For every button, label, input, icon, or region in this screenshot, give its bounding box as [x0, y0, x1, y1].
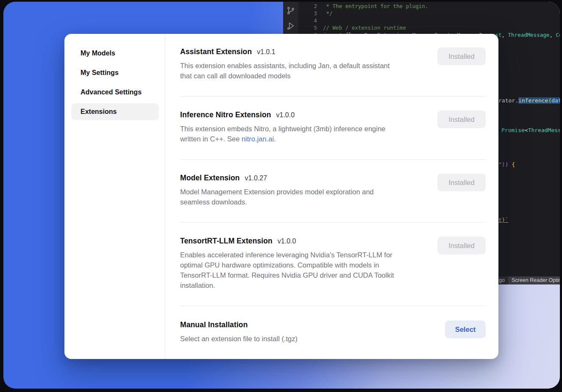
extension-version: v1.0.1	[257, 48, 275, 56]
line-number: 2	[298, 3, 317, 10]
extension-version: v1.0.0	[278, 237, 296, 245]
installed-button[interactable]: Installed	[437, 110, 486, 128]
sidebar-item-my-settings[interactable]: My Settings	[71, 64, 159, 81]
line-number: 5	[298, 24, 317, 31]
source-control-icon[interactable]	[286, 6, 295, 15]
extension-version: v1.0.27	[245, 174, 267, 182]
extension-name: TensortRT-LLM Extension	[180, 237, 273, 246]
extension-row-manual-installation: Manual Installation Select an extension …	[180, 306, 486, 356]
code-line: 4	[298, 17, 560, 24]
extension-name: Inference Nitro Extension	[180, 110, 271, 119]
select-button[interactable]: Select	[445, 320, 486, 338]
status-item-go[interactable]: go	[499, 277, 505, 283]
sidebar-item-advanced-settings[interactable]: Advanced Settings	[71, 84, 159, 101]
line-number: 3	[298, 10, 317, 17]
installed-button[interactable]: Installed	[437, 174, 486, 191]
extension-row: Inference Nitro Extension v1.0.0 This ex…	[180, 97, 486, 160]
extension-name: Model Extension	[180, 174, 240, 182]
status-item-screen-reader[interactable]: Screen Reader Optimize	[508, 276, 560, 284]
extension-row: TensortRT-LLM Extension v1.0.0 Enables a…	[180, 223, 486, 306]
installed-button[interactable]: Installed	[437, 237, 486, 254]
extensions-list: Assistant Extension v1.0.1 This extensio…	[165, 34, 498, 359]
extension-name: Assistant Extension	[180, 47, 252, 56]
sidebar-item-my-models[interactable]: My Models	[71, 45, 159, 62]
sidebar-item-extensions[interactable]: Extensions	[71, 103, 159, 120]
extension-description: This extension enables assistants, inclu…	[180, 61, 434, 81]
extension-row: Model Extension v1.0.27 Model Management…	[180, 160, 486, 223]
code-fragment-template: t}`	[498, 217, 508, 224]
settings-sidebar: My Models My Settings Advanced Settings …	[64, 34, 165, 359]
settings-card: My Models My Settings Advanced Settings …	[64, 34, 498, 359]
code-line: 2 * The entrypoint for the plugin.	[298, 3, 560, 10]
extension-description: Select an extension file to install (.tg…	[180, 334, 434, 344]
code-line: 3 */	[298, 10, 560, 17]
extension-name: Manual Installation	[180, 320, 248, 329]
extension-version: v1.0.0	[276, 111, 295, 119]
code-line: 5 // Web / extension runtime	[298, 24, 560, 31]
app-frame: 2 * The entrypoint for the plugin. 3 */ …	[3, 2, 560, 389]
extension-row: Assistant Extension v1.0.1 This extensio…	[180, 34, 486, 97]
run-debug-icon[interactable]	[286, 21, 295, 30]
extension-description: Enables accelerated inference leveraging…	[180, 250, 434, 290]
code-fragment-promise: Promise<ThreadMessage>	[501, 127, 560, 134]
extension-description: Model Management Extension provides mode…	[180, 187, 434, 207]
installed-button[interactable]: Installed	[437, 47, 486, 65]
line-number: 4	[298, 17, 317, 24]
code-fragment-brace: ")) {	[498, 161, 515, 168]
nitro-jan-ai-link[interactable]: nitro.jan.ai	[242, 135, 274, 143]
code-fragment-inference: rator.inference(data));	[498, 97, 560, 104]
extension-description: This extension embeds Nitro, a lightweig…	[180, 124, 434, 144]
